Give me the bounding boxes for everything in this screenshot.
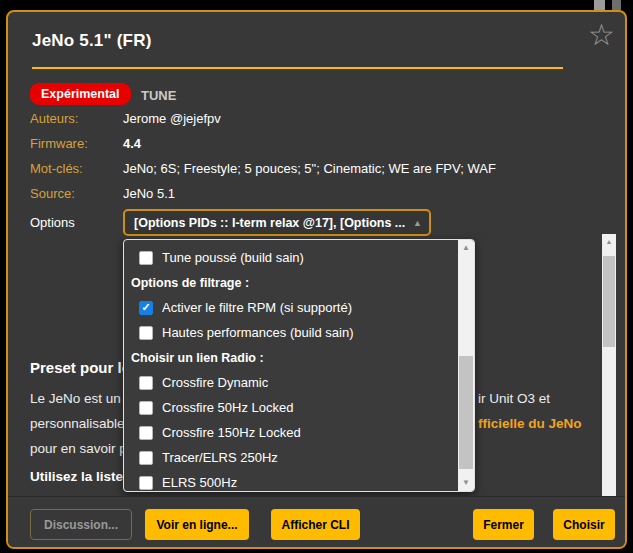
dropdown-option[interactable]: ✓ Tune poussé (build sain) [124,245,457,270]
dropdown-group-header: Options de filtrage : [124,270,457,295]
scroll-up-icon[interactable]: ▲ [602,234,616,249]
checkbox[interactable]: ✓ [139,376,153,390]
firmware-value: 4.4 [123,136,141,151]
option-label: Tune poussé (build sain) [162,250,304,265]
option-label: Crossfire Dynamic [162,375,268,390]
option-label: Tracer/ELRS 250Hz [162,450,278,465]
dropdown-option[interactable]: ✓ Crossfire Dynamic [124,370,457,395]
show-cli-button[interactable]: Afficher CLI [271,509,360,540]
option-label: Activer le filtre RPM (si supporté) [162,300,352,315]
dropdown-group-header: Choisir un lien Radio : [124,345,457,370]
options-multiselect[interactable]: [Options PIDs :: I-term relax @17], [Opt… [123,209,431,236]
checkbox[interactable]: ✓ [139,451,153,465]
description-line: pour en savoir pl [30,441,123,456]
list-intro-text: Utilisez la liste d [30,469,123,484]
favorite-star-icon[interactable]: ☆ [588,20,615,50]
description-line: ir Unit O3 et [478,391,550,406]
scroll-up-icon[interactable]: ▲ [458,240,474,256]
category-label: TUNE [141,88,176,103]
dropdown-scrollbar[interactable]: ▲ ▼ [458,240,474,491]
option-label: Crossfire 150Hz Locked [162,425,301,440]
checkbox[interactable]: ✓ [139,301,153,315]
scrollbar-thumb[interactable] [603,256,615,347]
discussion-button[interactable]: Discussion... [30,509,132,540]
background-page-fragment [612,0,621,10]
preset-dialog: JeNo 5.1" (FR) ☆ Expérimental TUNE Auteu… [6,10,627,549]
close-button[interactable]: Fermer [473,509,534,540]
firmware-label: Firmware: [30,136,88,151]
options-selected-value: [Options PIDs :: I-term relax @17], [Opt… [125,216,413,230]
checkbox[interactable]: ✓ [139,401,153,415]
source-value: JeNo 5.1 [123,186,175,201]
authors-label: Auteurs: [30,111,78,126]
dropdown-option[interactable]: ✓ Tracer/ELRS 250Hz [124,445,457,470]
dropdown-option[interactable]: ✓ Crossfire 50Hz Locked [124,395,457,420]
checkbox[interactable]: ✓ [139,251,153,265]
experimental-badge: Expérimental [30,83,131,105]
scroll-down-icon[interactable]: ▼ [458,475,474,491]
option-label: ELRS 500Hz [162,475,237,490]
keywords-value: JeNo; 6S; Freestyle; 5 pouces; 5"; Cinem… [123,161,496,176]
jeno-page-link[interactable]: fficielle du JeNo [478,416,582,431]
dropdown-option[interactable]: ✓ ELRS 500Hz [124,470,457,492]
dropdown-option[interactable]: ✓ Hautes performances (build sain) [124,320,457,345]
option-label: Hautes performances (build sain) [162,325,353,340]
choose-button[interactable]: Choisir [553,509,615,540]
view-online-button[interactable]: Voir en ligne... [145,509,249,540]
description-line: Le JeNo est un ch [30,391,123,406]
page-title: JeNo 5.1" (FR) [32,31,152,51]
options-dropdown-panel: ✓ Tune poussé (build sain) Options de fi… [123,239,475,492]
checkbox[interactable]: ✓ [139,426,153,440]
description-line: personnalisable à [30,416,123,431]
scrollbar-thumb[interactable] [459,356,473,469]
check-icon: ✓ [141,302,150,313]
options-label: Options [30,215,75,230]
keywords-label: Mot-clés: [30,161,83,176]
source-label: Source: [30,186,75,201]
checkbox[interactable]: ✓ [139,476,153,490]
dropdown-option[interactable]: ✓ Activer le filtre RPM (si supporté) [124,295,457,320]
checkbox[interactable]: ✓ [139,326,153,340]
description-heading: Preset pour le [30,359,123,376]
background-page-fragment [594,0,605,10]
dialog-scrollbar[interactable]: ▲ [602,234,616,499]
authors-value: Jerome @jejefpv [123,111,221,126]
dialog-footer: Discussion... Voir en ligne... Afficher … [8,496,625,547]
dropdown-option[interactable]: ✓ Crossfire 150Hz Locked [124,420,457,445]
option-label: Crossfire 50Hz Locked [162,400,294,415]
title-divider [32,67,563,69]
caret-up-icon: ▲ [413,218,429,228]
